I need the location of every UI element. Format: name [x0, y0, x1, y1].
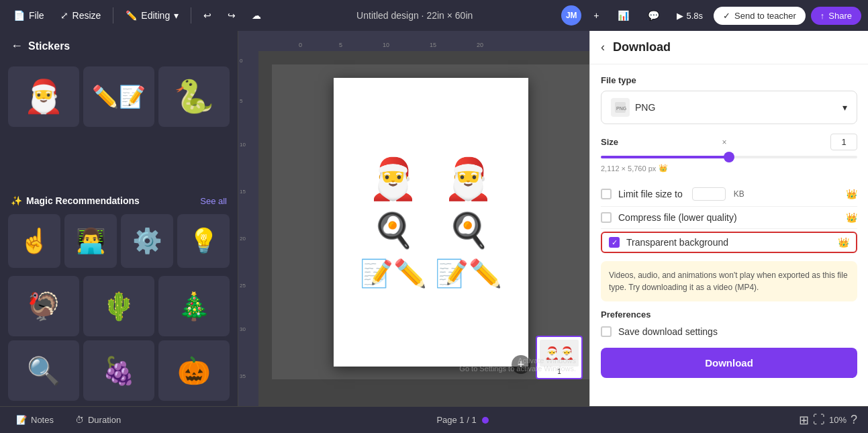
zoom-area: ⊞ ⛶ 10% ? [799, 413, 857, 428]
sidebar-header: ← Stickers [0, 31, 238, 61]
sparkle-icon: ✨ [11, 195, 22, 206]
analytics-icon: 📊 [618, 10, 629, 21]
chevron-down-icon: ▾ [842, 102, 847, 113]
add-page-button[interactable]: + [512, 355, 530, 374]
send-to-teacher-button[interactable]: ✓ Send to teacher [714, 7, 806, 25]
analytics-button[interactable]: 📊 [611, 7, 636, 24]
toolbar: 📄 File ⤢ Resize ✏️ Editing ▾ ↩ ↪ ☁ Untit… [0, 0, 868, 31]
limit-size-crown: 👑 [846, 189, 857, 199]
separator [113, 7, 113, 23]
file-button[interactable]: 📄 File [7, 7, 51, 24]
warning-box: Videos, audio, and animations won't play… [601, 261, 857, 301]
resize-label: Resize [73, 10, 101, 21]
pencil-icon: ✏️ [126, 10, 137, 21]
size-x-button[interactable]: × [722, 138, 727, 147]
limit-size-label: Limit file size to [618, 189, 683, 199]
compress-row: Compress file (lower quality) 👑 [601, 207, 857, 229]
comment-icon: 💬 [648, 10, 659, 21]
add-user-button[interactable]: + [587, 7, 606, 24]
sidebar: ← Stickers 🎅 ✏️📝 🐍 ✨ Magic Recommendatio… [0, 31, 238, 406]
save-settings-row: Save download settings [601, 324, 857, 340]
ruler-mark-15: 15 [430, 42, 436, 48]
comments-button[interactable]: 💬 [641, 7, 666, 24]
resize-button[interactable]: ⤢ Resize [54, 7, 108, 24]
file-label: File [29, 10, 44, 21]
magic-bulb[interactable]: 💡 [177, 214, 230, 268]
sticker-pumpkin[interactable]: 🎃 [158, 340, 230, 401]
grid-button[interactable]: ⊞ [799, 413, 809, 428]
user-area: JM + 📊 💬 ▶ 5.8s ✓ Send to teacher ↑ Shar… [561, 5, 861, 26]
page-dot [482, 417, 489, 424]
save-settings-checkbox[interactable] [601, 326, 612, 337]
canvas-sticker-6: 📝✏️ [435, 258, 502, 289]
duration-button[interactable]: ⏱ Duration [70, 412, 126, 428]
sticker-person1[interactable]: 🍇 [83, 340, 154, 401]
slider-track [601, 156, 857, 158]
panel-back-button[interactable]: ‹ [601, 40, 605, 54]
magic-header: ✨ Magic Recommendations See all [0, 190, 238, 211]
fullscreen-button[interactable]: ⛶ [813, 413, 825, 427]
sticker-snake[interactable]: 🐍 [158, 66, 230, 127]
magic-gear[interactable]: ⚙️ [121, 214, 173, 268]
dimensions-value: 2,112 × 5,760 px [601, 164, 656, 173]
sticker-santa[interactable]: 🎅 [8, 66, 79, 127]
slider-thumb[interactable] [724, 152, 734, 162]
dimensions-text: 2,112 × 5,760 px 👑 [601, 164, 857, 173]
compress-checkbox[interactable] [601, 212, 612, 223]
redo-icon: ↪ [228, 10, 236, 21]
magic-team[interactable]: 👨‍💻 [64, 214, 117, 268]
file-type-label: File type [601, 75, 857, 85]
size-value: 1 [830, 134, 857, 150]
page-thumbnail-1[interactable]: 🎅🎅 1 [536, 336, 583, 379]
back-icon[interactable]: ← [11, 39, 23, 53]
panel-body: File type PNG PNG ▾ Size × 1 [590, 64, 868, 406]
share-icon: ↑ [820, 11, 825, 21]
cloud-button[interactable]: ☁ [245, 7, 268, 24]
canvas-area[interactable]: 0 5 10 15 20 0 5 10 15 20 25 30 35 🎅 🎅 🍳 [238, 31, 589, 406]
canvas-sticker-1: 🎅 [360, 155, 427, 203]
canvas-page: 🎅 🎅 🍳 🍳 📝✏️ 📝✏️ [334, 78, 528, 367]
svg-text:PNG: PNG [616, 106, 626, 111]
limit-filesize-checkbox[interactable] [601, 189, 612, 199]
magic-grid: ☝️ 👨‍💻 ⚙️ 💡 [0, 211, 238, 273]
limit-size-input[interactable] [692, 187, 726, 201]
sticker-emoji: ✏️📝 [92, 84, 146, 109]
canvas-sticker-2: 🎅 [435, 155, 502, 203]
ruler-horizontal: 0 5 10 15 20 [258, 31, 589, 51]
size-slider-container [601, 156, 857, 158]
speed-button[interactable]: ▶ 5.8s [671, 7, 708, 24]
share-button[interactable]: ↑ Share [811, 7, 861, 25]
file-type-left: PNG PNG [611, 98, 655, 117]
save-settings-label: Save download settings [618, 326, 718, 337]
transparent-checkbox[interactable]: ✓ [609, 237, 620, 248]
size-label: Size [601, 137, 618, 147]
transparent-background-row: ✓ Transparent background 👑 [601, 232, 857, 253]
help-button[interactable]: ? [851, 413, 857, 427]
notes-button[interactable]: 📝 Notes [11, 412, 59, 428]
download-button[interactable]: Download [601, 348, 857, 378]
warning-text: Videos, audio, and animations won't play… [609, 271, 848, 292]
file-type-select[interactable]: PNG PNG ▾ [601, 91, 857, 124]
ruler-mark-20: 20 [477, 42, 483, 48]
kb-label: KB [734, 189, 744, 199]
thumb-number: 1 [540, 368, 579, 375]
sticker-plant[interactable]: 🌵 [83, 276, 154, 336]
sticker-turkey[interactable]: 🦃 [8, 276, 79, 336]
cloud-icon: ☁ [252, 10, 261, 21]
sticker-search[interactable]: 🔍 [8, 340, 79, 401]
redo-button[interactable]: ↪ [221, 7, 242, 24]
editing-button[interactable]: ✏️ Editing ▾ [119, 7, 185, 24]
stickers-top-grid: 🎅 ✏️📝 🐍 [0, 61, 238, 190]
share-label: Share [828, 11, 852, 21]
see-all-button[interactable]: See all [200, 196, 227, 206]
magic-title: ✨ Magic Recommendations [11, 195, 140, 206]
crown-icon: 👑 [659, 164, 668, 173]
panel-title: Download [613, 40, 671, 54]
sticker-revision[interactable]: ✏️📝 [83, 66, 154, 127]
sticker-xmas[interactable]: 🎄 [158, 276, 230, 336]
undo-button[interactable]: ↩ [197, 7, 218, 24]
canvas-sticker-5: 📝✏️ [360, 258, 427, 289]
magic-finger[interactable]: ☝️ [8, 214, 60, 268]
ruler-mark-0: 0 [299, 42, 302, 48]
zoom-level: 10% [829, 415, 847, 425]
